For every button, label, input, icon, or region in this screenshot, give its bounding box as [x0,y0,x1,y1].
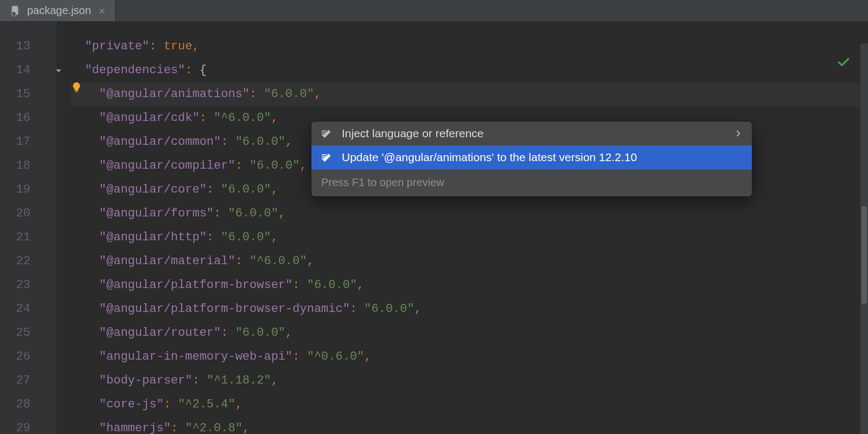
line-number: 23 [0,273,56,297]
close-tab-icon[interactable]: × [97,5,107,16]
editor-tab[interactable]: { } package.json × [0,0,116,21]
editor-pane: 1314151617181920212223242526272829 "priv… [0,22,868,434]
line-number: 19 [0,178,56,202]
line-number: 27 [0,369,56,393]
line-number: 29 [0,417,56,434]
intention-action-label: Inject language or reference [342,127,484,140]
code-line[interactable]: "body-parser": "^1.18.2", [71,369,868,393]
code-line[interactable]: "private": true, [71,35,868,59]
code-area[interactable]: "private": true, "dependencies": { "@ang… [56,22,868,434]
json-file-icon: { } [10,5,22,17]
intention-bulb-icon[interactable] [71,81,82,97]
line-number: 15 [0,82,56,106]
line-number: 17 [0,130,56,154]
code-line[interactable]: "@angular/forms": "6.0.0", [71,202,868,226]
intention-action-icon [321,127,333,139]
intention-action-item[interactable]: Inject language or reference [311,122,752,145]
line-number: 22 [0,250,56,273]
line-number-gutter: 1314151617181920212223242526272829 [0,22,56,434]
line-number: 26 [0,345,56,369]
code-line[interactable]: "angular-in-memory-web-api": "^0.6.0", [71,345,868,369]
code-line[interactable]: "@angular/platform-browser": "6.0.0", [71,273,868,297]
code-line[interactable]: "core-js": "^2.5.4", [71,393,868,417]
line-number: 21 [0,226,56,250]
intention-action-icon [321,151,333,163]
line-number: 14 [0,59,56,82]
line-number: 16 [0,106,56,130]
editor-tab-filename: package.json [27,4,91,17]
intention-actions-popup: Inject language or referenceUpdate '@ang… [311,122,752,196]
inspection-ok-icon[interactable] [837,55,851,73]
line-number: 13 [0,35,56,59]
line-number: 28 [0,393,56,417]
popup-hint: Press F1 to open preview [311,169,752,196]
intention-action-label: Update '@angular/animations' to the late… [342,151,637,164]
intention-action-item[interactable]: Update '@angular/animations' to the late… [311,145,752,169]
line-number: 20 [0,202,56,226]
editor-tab-bar: { } package.json × [0,0,868,22]
svg-rect-3 [75,91,78,92]
code-line[interactable]: "@angular/platform-browser-dynamic": "6.… [71,297,868,321]
code-line[interactable]: "dependencies": { [71,59,868,82]
svg-text:{ }: { } [12,12,16,16]
chevron-right-icon [735,127,742,140]
line-number: 24 [0,297,56,321]
code-line[interactable]: "hammerjs": "^2.0.8", [71,417,868,434]
code-line[interactable]: "@angular/animations": "6.0.0", [71,82,868,106]
line-number: 18 [0,154,56,178]
vertical-scrollbar-thumb[interactable] [861,206,867,304]
vertical-scrollbar-track[interactable] [860,43,868,434]
code-line[interactable]: "@angular/material": "^6.0.0", [71,250,868,273]
code-line[interactable]: "@angular/router": "6.0.0", [71,321,868,345]
line-number: 25 [0,321,56,345]
code-line[interactable]: "@angular/http": "6.0.0", [71,226,868,250]
